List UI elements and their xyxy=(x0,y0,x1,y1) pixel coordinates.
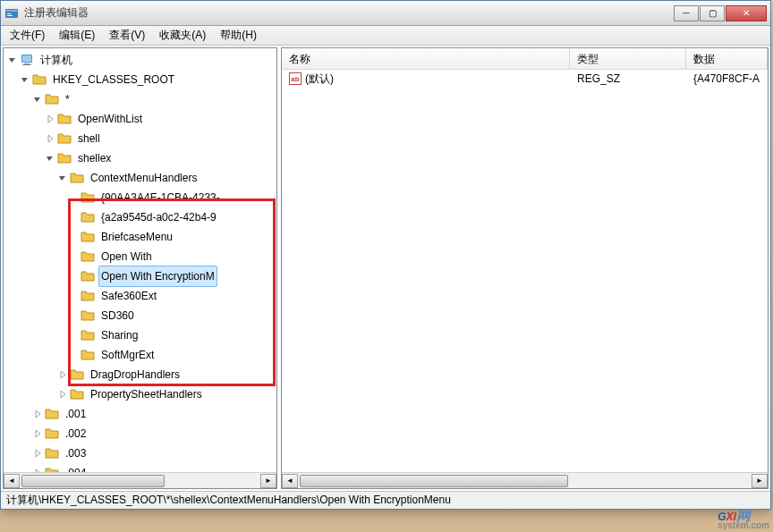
value-type: REG_SZ xyxy=(570,71,686,87)
expander-icon[interactable] xyxy=(32,468,43,472)
expander-icon[interactable] xyxy=(20,74,30,85)
menu-favorites[interactable]: 收藏夹(A) xyxy=(152,26,213,45)
tree-node-ext[interactable]: .001 xyxy=(4,404,276,424)
folder-icon xyxy=(70,171,84,185)
tree-label: {a2a9545d-a0c2-42b4-9 xyxy=(98,207,219,228)
tree-label: .004 xyxy=(63,462,89,472)
tree-node-openwithlist[interactable]: OpenWithList xyxy=(4,109,276,129)
tree-label: Sharing xyxy=(98,325,140,346)
expander-icon[interactable] xyxy=(57,173,68,183)
tree-label: DragDropHandlers xyxy=(88,364,183,385)
menubar: 文件(F) 编辑(E) 查看(V) 收藏夹(A) 帮助(H) xyxy=(1,26,770,46)
list-row[interactable]: ab (默认) REG_SZ {A470F8CF-A xyxy=(282,70,768,88)
list-body[interactable]: ab (默认) REG_SZ {A470F8CF-A xyxy=(282,70,768,472)
tree-label: 计算机 xyxy=(38,49,75,71)
menu-help[interactable]: 帮助(H) xyxy=(213,26,264,45)
scroll-left-button[interactable]: ◄ xyxy=(4,474,20,488)
tree-hscrollbar[interactable]: ◄ ► xyxy=(4,472,276,488)
col-data[interactable]: 数据 xyxy=(686,48,768,69)
tree-node-cmh-item[interactable]: Safe360Ext xyxy=(4,286,276,306)
menu-file[interactable]: 文件(F) xyxy=(3,26,52,45)
folder-icon xyxy=(57,151,72,165)
maximize-button[interactable]: ▢ xyxy=(700,5,725,21)
tree-node-dragdrop[interactable]: DragDropHandlers xyxy=(4,365,276,384)
expander-icon[interactable] xyxy=(32,448,43,459)
expander-icon[interactable] xyxy=(45,114,55,124)
tree-node-cmh-item[interactable]: Open With xyxy=(4,247,276,266)
scroll-left-button[interactable]: ◄ xyxy=(282,474,298,488)
tree-node-ext[interactable]: .003 xyxy=(4,443,276,463)
tree-node-cmh-item[interactable]: {a2a9545d-a0c2-42b4-9 xyxy=(4,207,276,227)
tree-node-cmh-item[interactable]: Open With EncryptionM xyxy=(4,266,276,286)
menu-edit[interactable]: 编辑(E) xyxy=(52,26,102,45)
svg-rect-5 xyxy=(22,55,31,62)
expander-icon[interactable] xyxy=(57,369,68,380)
scroll-right-button[interactable]: ► xyxy=(260,474,276,488)
tree-node-cmh-item[interactable]: SD360 xyxy=(4,306,276,325)
tree-label: .002 xyxy=(63,423,89,444)
watermark: GXI网 system.com xyxy=(718,502,769,530)
folder-icon xyxy=(57,112,72,126)
expander-icon[interactable] xyxy=(32,428,43,439)
folder-icon xyxy=(81,308,95,323)
folder-icon xyxy=(45,407,59,421)
folder-icon xyxy=(81,289,95,303)
tree-node-cmh-item[interactable]: {90AA3A4E-1CBA-4233- xyxy=(4,188,276,207)
menu-view[interactable]: 查看(V) xyxy=(102,26,152,45)
tree-node-hkcr[interactable]: HKEY_CLASSES_ROOT xyxy=(4,70,276,89)
value-name: (默认) xyxy=(305,72,334,87)
tree-node-computer[interactable]: 计算机 xyxy=(4,50,276,70)
titlebar[interactable]: 注册表编辑器 ─ ▢ ✕ xyxy=(1,1,770,26)
tree-node-shell[interactable]: shell xyxy=(4,129,276,148)
folder-icon xyxy=(32,72,47,87)
list-hscrollbar[interactable]: ◄ ► xyxy=(282,472,768,488)
list-header: 名称 类型 数据 xyxy=(282,48,768,70)
tree-node-star[interactable]: * xyxy=(4,89,276,109)
scroll-right-button[interactable]: ► xyxy=(752,474,768,488)
tree-label: .003 xyxy=(63,443,89,464)
registry-tree[interactable]: 计算机 HKEY_CLASSES_ROOT * OpenWithList xyxy=(4,48,276,472)
tree-node-cmh-item[interactable]: BriefcaseMenu xyxy=(4,227,276,247)
tree-node-cmh[interactable]: ContextMenuHandlers xyxy=(4,168,276,188)
window-title: 注册表编辑器 xyxy=(24,5,674,21)
svg-rect-7 xyxy=(22,64,31,65)
tree-panel: 计算机 HKEY_CLASSES_ROOT * OpenWithList xyxy=(3,47,277,489)
folder-icon xyxy=(45,466,59,472)
minimize-button[interactable]: ─ xyxy=(674,5,699,21)
tree-label: {90AA3A4E-1CBA-4233- xyxy=(98,187,223,208)
folder-icon xyxy=(57,131,72,146)
tree-label: Open With xyxy=(98,246,155,267)
tree-node-psh[interactable]: PropertySheetHandlers xyxy=(4,384,276,404)
folder-icon xyxy=(81,269,95,283)
tree-node-shellex[interactable]: shellex xyxy=(4,148,276,168)
tree-node-cmh-item[interactable]: SoftMgrExt xyxy=(4,345,276,365)
folder-icon xyxy=(70,367,84,382)
folder-icon xyxy=(81,210,95,224)
value-data: {A470F8CF-A xyxy=(686,71,768,87)
expander-icon[interactable] xyxy=(57,389,68,400)
tree-label: BriefcaseMenu xyxy=(98,226,175,248)
expander-icon[interactable] xyxy=(32,94,43,105)
tree-label: SD360 xyxy=(98,305,137,326)
tree-label: Open With EncryptionM xyxy=(98,266,217,287)
tree-label: shellex xyxy=(75,148,114,169)
expander-icon[interactable] xyxy=(7,55,18,65)
folder-icon xyxy=(81,190,95,205)
col-type[interactable]: 类型 xyxy=(570,48,686,69)
folder-icon xyxy=(81,249,95,264)
expander-icon[interactable] xyxy=(45,133,55,144)
expander-icon[interactable] xyxy=(45,153,55,164)
close-button[interactable]: ✕ xyxy=(726,5,767,21)
tree-node-cmh-item[interactable]: Sharing xyxy=(4,325,276,345)
svg-rect-6 xyxy=(24,63,30,64)
folder-icon xyxy=(45,426,59,441)
tree-node-ext[interactable]: .004 xyxy=(4,463,276,472)
tree-node-ext[interactable]: .002 xyxy=(4,424,276,443)
col-name[interactable]: 名称 xyxy=(282,48,570,69)
tree-label: Safe360Ext xyxy=(98,285,159,307)
values-panel: 名称 类型 数据 ab (默认) REG_SZ {A470F8CF-A ◄ ► xyxy=(281,47,769,489)
tree-label: ContextMenuHandlers xyxy=(88,167,200,189)
tree-label: .001 xyxy=(63,403,89,425)
svg-rect-2 xyxy=(7,13,11,14)
expander-icon[interactable] xyxy=(32,409,43,419)
